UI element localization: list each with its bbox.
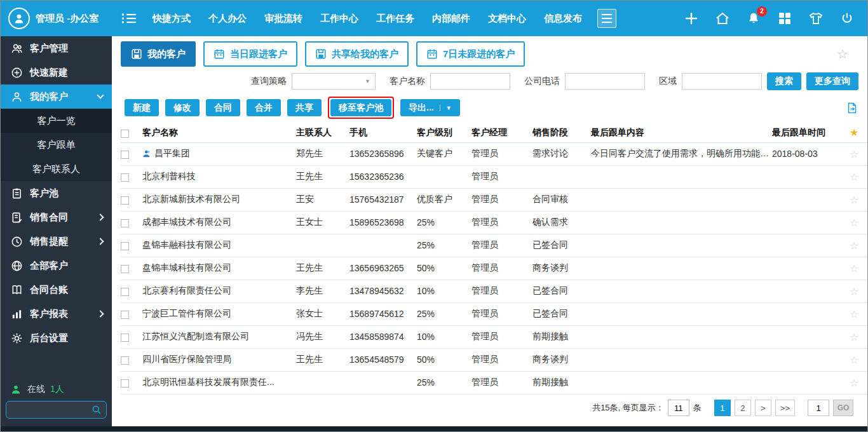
strategy-select[interactable]: ▼ bbox=[292, 73, 376, 90]
table-row[interactable]: 北京赛利有限责任公司 李先生 13478945632 10% 管理员 已签合同 … bbox=[121, 280, 867, 302]
customer-name-input[interactable] bbox=[430, 73, 510, 90]
company-phone-input[interactable] bbox=[565, 73, 645, 90]
move-to-pool-button[interactable]: 移至客户池 bbox=[330, 99, 391, 116]
row-checkbox[interactable] bbox=[121, 379, 129, 388]
more-search-button[interactable]: 更多查询 bbox=[806, 72, 858, 90]
nav-info-publish[interactable]: 信息发布 bbox=[544, 13, 582, 25]
per-page-input[interactable] bbox=[668, 400, 689, 416]
table-row[interactable]: 成都丰城技术有限公司 王女士 15896523698 25% 管理员 确认需求 … bbox=[121, 211, 867, 234]
table-row[interactable]: 江苏恒义汽配制造有限公司 冯先生 13458589874 10% 管理员 前期接… bbox=[121, 325, 867, 348]
table-row[interactable]: 宁波巨工管件有限公司 张女士 15689745612 25% 管理员 已签合同 … bbox=[121, 302, 867, 325]
cell-manager: 管理员 bbox=[471, 280, 532, 302]
sidebar-item-contract-ledger[interactable]: 合同台账 bbox=[1, 278, 112, 302]
tab-today-followup[interactable]: 当日跟进客户 bbox=[203, 41, 297, 67]
table-row[interactable]: 盘锦丰城科技有限公司 王先生 13656963265 50% 管理员 商务谈判 … bbox=[121, 257, 867, 280]
search-icon[interactable] bbox=[87, 402, 106, 418]
nav-work-center[interactable]: 工作中心 bbox=[320, 13, 358, 25]
row-star-icon[interactable]: ☆ bbox=[850, 354, 858, 365]
sidebar-item-customer-pool[interactable]: 客户池 bbox=[1, 181, 112, 205]
row-star-icon[interactable]: ☆ bbox=[850, 149, 858, 159]
row-checkbox[interactable] bbox=[121, 356, 129, 365]
power-logout-icon[interactable] bbox=[839, 11, 855, 26]
table-row[interactable]: 北京明讯恒基科技发展有限责任... 25% 管理员 前期接触 ☆ bbox=[121, 371, 867, 394]
tab-shared-with-me[interactable]: 共享给我的客户 bbox=[305, 41, 409, 67]
customer-name: 北京利普科技 bbox=[142, 171, 196, 182]
cell-time bbox=[772, 325, 850, 348]
table-row[interactable]: 四川省医疗保险管理局 王先生 13654548579 50% 管理员 商务谈判 … bbox=[121, 348, 867, 371]
sidebar-subitem-customer-followup[interactable]: 客户跟单 bbox=[1, 133, 112, 157]
row-star-icon[interactable]: ☆ bbox=[850, 332, 858, 342]
share-button[interactable]: 共享 bbox=[287, 99, 322, 116]
nav-shortcuts[interactable]: 快捷方式 bbox=[153, 13, 191, 25]
select-all-checkbox[interactable] bbox=[121, 130, 129, 138]
row-star-icon[interactable]: ☆ bbox=[850, 377, 858, 388]
page-2-button[interactable]: 2 bbox=[735, 400, 751, 416]
row-checkbox[interactable] bbox=[121, 173, 129, 182]
row-checkbox[interactable] bbox=[121, 311, 129, 319]
sidebar-item-all-customers[interactable]: 全部客户 bbox=[1, 253, 112, 278]
theme-shirt-icon[interactable] bbox=[808, 11, 824, 26]
contract-button[interactable]: 合同 bbox=[206, 99, 240, 116]
page-1-button[interactable]: 1 bbox=[714, 400, 731, 416]
region-input[interactable] bbox=[682, 73, 762, 90]
sidebar-search-input[interactable] bbox=[6, 405, 87, 415]
plus-icon[interactable] bbox=[684, 11, 699, 26]
sidebar-subitem-customer-contacts[interactable]: 客户联系人 bbox=[1, 157, 112, 181]
row-star-icon[interactable]: ☆ bbox=[850, 286, 858, 297]
sidebar-item-sales-contracts[interactable]: 销售合同 bbox=[1, 205, 112, 229]
row-checkbox[interactable] bbox=[121, 334, 129, 342]
nav-document-center[interactable]: 文档中心 bbox=[488, 13, 526, 25]
nav-collapse-icon[interactable] bbox=[121, 12, 137, 25]
export-file-icon[interactable] bbox=[846, 102, 858, 114]
table-row[interactable]: 北京利普科技 王先生 15632365236 管理员 ☆ bbox=[121, 165, 867, 188]
search-button[interactable]: 搜索 bbox=[767, 72, 801, 90]
home-icon[interactable] bbox=[715, 11, 730, 26]
nav-internal-mail[interactable]: 内部邮件 bbox=[432, 13, 470, 25]
table-row[interactable]: 盘锦丰融科技有限公司 25% 管理员 已签合同 ☆ bbox=[121, 234, 867, 257]
table-row[interactable]: 昌平集团 郑先生 13652365896 关键客户 管理员 需求讨论 今日同客户… bbox=[121, 142, 867, 165]
cell-time bbox=[772, 371, 850, 394]
last-page-button[interactable]: >> bbox=[775, 400, 795, 416]
favorite-star-icon[interactable]: ☆ bbox=[837, 48, 848, 60]
row-checkbox[interactable] bbox=[121, 219, 129, 227]
notifications-bell-icon[interactable]: 2 bbox=[746, 11, 761, 26]
merge-button[interactable]: 合并 bbox=[247, 99, 281, 116]
row-checkbox[interactable] bbox=[121, 265, 129, 273]
nav-personal-office[interactable]: 个人办公 bbox=[208, 13, 247, 25]
cell-level: 优质客户 bbox=[417, 188, 471, 211]
cell-content bbox=[591, 211, 772, 234]
edit-button[interactable]: 修改 bbox=[165, 99, 200, 116]
nav-approval-flow[interactable]: 审批流转 bbox=[264, 13, 302, 25]
sidebar-item-quick-create[interactable]: 快速新建 bbox=[1, 60, 112, 84]
sidebar-item-backend-settings[interactable]: 后台设置 bbox=[1, 326, 112, 350]
chevron-right-icon bbox=[97, 238, 104, 245]
row-checkbox[interactable] bbox=[121, 196, 129, 205]
tab-7days-no-followup[interactable]: 7日未跟进的客户 bbox=[416, 41, 525, 67]
row-checkbox[interactable] bbox=[121, 151, 129, 159]
go-button[interactable]: GO bbox=[833, 400, 853, 416]
row-star-icon[interactable]: ☆ bbox=[850, 309, 858, 320]
export-button[interactable]: 导出... ▼ bbox=[400, 99, 460, 116]
apps-grid-icon[interactable] bbox=[777, 11, 792, 26]
table-row[interactable]: 北京新城新技术有限公司 王安 15765432187 优质客户 管理员 合同审核… bbox=[121, 188, 867, 211]
goto-page-input[interactable] bbox=[808, 400, 829, 416]
sidebar-item-sales-reminders[interactable]: 销售提醒 bbox=[1, 229, 112, 253]
row-checkbox[interactable] bbox=[121, 288, 129, 296]
new-button[interactable]: 新建 bbox=[125, 99, 159, 116]
row-star-icon[interactable]: ☆ bbox=[850, 172, 858, 182]
user-area[interactable]: 管理员 -办公室 bbox=[1, 8, 112, 29]
row-star-icon[interactable]: ☆ bbox=[850, 263, 858, 274]
next-page-button[interactable]: > bbox=[755, 400, 771, 416]
more-menu-button[interactable] bbox=[597, 9, 616, 28]
header-star-icon[interactable]: ★ bbox=[850, 127, 858, 138]
row-star-icon[interactable]: ☆ bbox=[850, 194, 858, 205]
tab-my-customers[interactable]: 我的客户 bbox=[121, 41, 196, 67]
row-checkbox[interactable] bbox=[121, 242, 129, 250]
row-star-icon[interactable]: ☆ bbox=[850, 240, 858, 251]
sidebar-item-customer-management[interactable]: 客户管理 bbox=[1, 36, 112, 60]
nav-work-tasks[interactable]: 工作任务 bbox=[376, 13, 414, 25]
sidebar-subitem-customer-list[interactable]: 客户一览 bbox=[1, 109, 112, 133]
sidebar-item-customer-reports[interactable]: 客户报表 bbox=[1, 302, 112, 326]
sidebar-item-my-customers[interactable]: 我的客户 bbox=[1, 84, 112, 109]
row-star-icon[interactable]: ☆ bbox=[850, 217, 858, 228]
